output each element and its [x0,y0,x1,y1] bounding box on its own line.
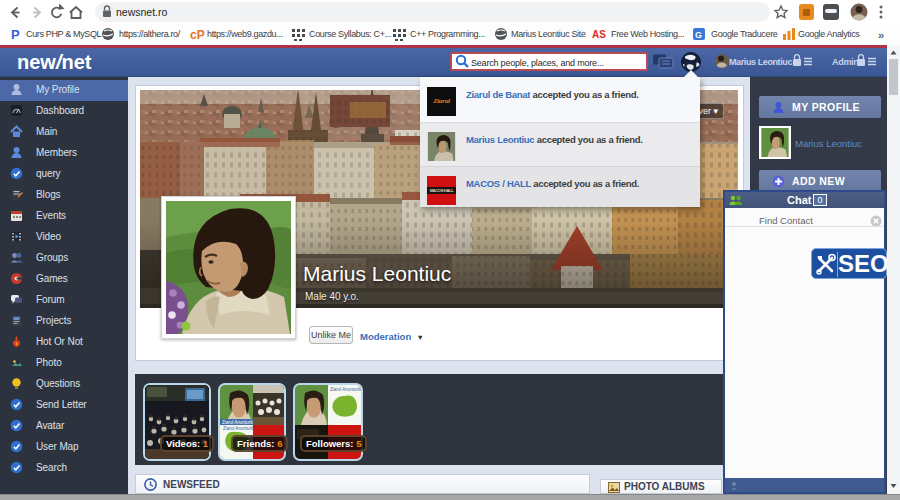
svg-text:Ziarul Anunturilor: Ziarul Anunturilor [222,420,257,425]
svg-text:»: » [878,29,884,41]
svg-text:Ziarul Anunturilor: Ziarul Anunturilor [330,387,361,392]
svg-text:AS: AS [592,29,606,40]
svg-text:Ziarul Anunturilor: Ziarul Anunturilor [223,426,258,431]
svg-text:P: P [11,27,20,42]
svg-text:G: G [695,30,702,40]
svg-text:cP: cP [190,28,205,42]
